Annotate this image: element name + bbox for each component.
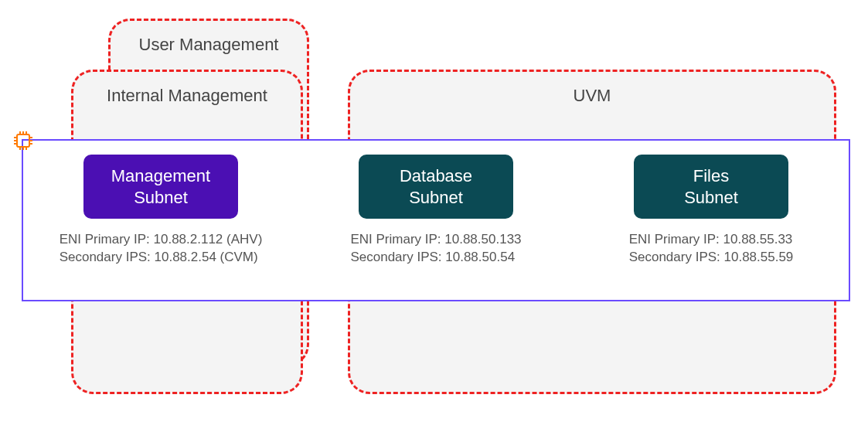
subnet-management-ips: ENI Primary IP: 10.88.2.112 (AHV) Second… (60, 231, 263, 267)
zone-uvm-label: UVM (350, 86, 834, 106)
subnet-management-name: ManagementSubnet (111, 166, 210, 207)
subnet-files-primary-ip: ENI Primary IP: 10.88.55.33 (629, 231, 794, 249)
svg-rect-0 (17, 134, 29, 147)
subnet-database-secondary-ip: Secondary IPS: 10.88.50.54 (350, 249, 521, 267)
host-box: ManagementSubnet ENI Primary IP: 10.88.2… (22, 139, 850, 301)
subnet-management-box: ManagementSubnet (83, 155, 238, 219)
subnet-management: ManagementSubnet ENI Primary IP: 10.88.2… (45, 155, 277, 267)
subnet-management-secondary-ip: Secondary IPS: 10.88.2.54 (CVM) (60, 249, 263, 267)
chip-icon (12, 130, 34, 155)
subnet-database-primary-ip: ENI Primary IP: 10.88.50.133 (350, 231, 521, 249)
subnet-files: FilesSubnet ENI Primary IP: 10.88.55.33 … (595, 155, 827, 267)
subnet-files-secondary-ip: Secondary IPS: 10.88.55.59 (629, 249, 794, 267)
subnet-files-name: FilesSubnet (684, 166, 738, 207)
zone-internal-management-label: Internal Management (73, 86, 301, 106)
zone-user-management-label: User Management (111, 35, 307, 55)
subnet-files-box: FilesSubnet (634, 155, 788, 219)
subnet-database-ips: ENI Primary IP: 10.88.50.133 Secondary I… (350, 231, 521, 267)
subnet-files-ips: ENI Primary IP: 10.88.55.33 Secondary IP… (629, 231, 794, 267)
subnet-database-box: DatabaseSubnet (359, 155, 513, 219)
subnet-management-primary-ip: ENI Primary IP: 10.88.2.112 (AHV) (60, 231, 263, 249)
subnet-database-name: DatabaseSubnet (400, 166, 472, 207)
subnet-database: DatabaseSubnet ENI Primary IP: 10.88.50.… (320, 155, 552, 267)
